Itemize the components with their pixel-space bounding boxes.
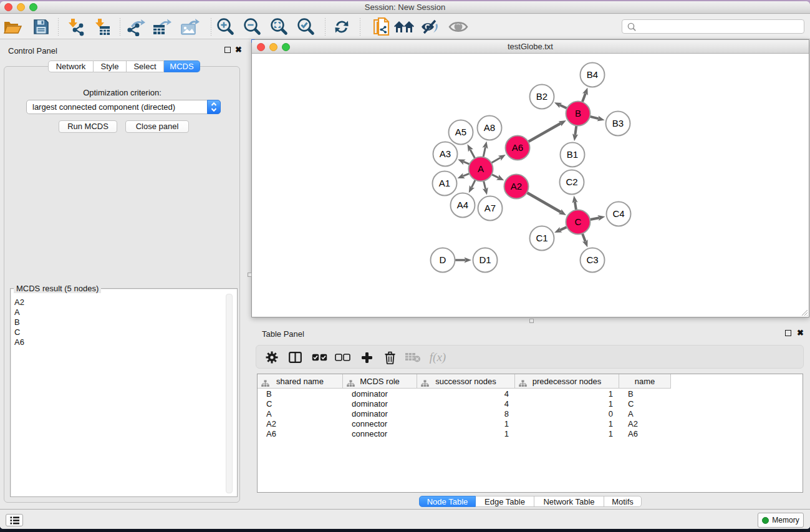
graph-edge-C-C1[interactable] [560, 227, 567, 230]
refresh-button[interactable] [331, 16, 352, 37]
hide-selected-button[interactable] [420, 16, 441, 37]
table-cell[interactable]: A2 [266, 419, 276, 429]
network-canvas[interactable]: AA1A2A3A4A5A6A7A8BB1B2B3B4CC1C2C3C4DD1 [252, 54, 809, 316]
table-cell[interactable]: connector [352, 419, 387, 429]
tab-select[interactable]: Select [127, 60, 164, 72]
search-field[interactable] [622, 19, 804, 34]
column-header-predecessor-nodes[interactable]: predecessor nodes [515, 374, 619, 389]
mcds-result-list[interactable]: A2ABCA6 [11, 289, 237, 496]
graph-edge-A6-B[interactable] [528, 123, 561, 142]
graph-edge-B-B3[interactable] [590, 117, 599, 119]
resize-grip-icon[interactable] [801, 309, 808, 316]
column-header-name[interactable]: name [619, 374, 671, 389]
import-network-button[interactable] [65, 16, 86, 37]
zoom-selected-button[interactable] [295, 16, 316, 37]
table-cell[interactable]: 4 [417, 399, 509, 409]
node-table[interactable]: shared nameMCDS rolesuccessor nodesprede… [257, 374, 803, 493]
table-cell[interactable]: A6 [266, 429, 276, 439]
frame-resize-handle-left[interactable] [248, 273, 252, 277]
save-session-button[interactable] [31, 16, 52, 37]
gear-button[interactable] [262, 347, 282, 367]
network-overview-button[interactable] [393, 16, 415, 37]
graph-edge-C-C2[interactable] [575, 201, 576, 210]
tab-network-table[interactable]: Network Table [534, 496, 604, 507]
table-cell[interactable]: dominator [352, 389, 388, 399]
graph-edge-B-B1[interactable] [575, 126, 576, 135]
network-window-titlebar[interactable]: testGlobe.txt [252, 40, 809, 54]
graph-edge-A-A5[interactable] [470, 150, 475, 158]
float-panel-icon[interactable] [785, 330, 791, 336]
tab-network[interactable]: Network [48, 60, 94, 72]
table-cell[interactable]: 1 [515, 419, 613, 429]
graph-edge-C-C3[interactable] [582, 234, 586, 242]
table-cell[interactable]: 1 [417, 419, 509, 429]
table-cell[interactable]: 1 [515, 429, 613, 439]
table-cell[interactable]: A2 [628, 419, 638, 429]
graph-edge-A-A2[interactable] [492, 175, 499, 178]
graph-edge-B-B4[interactable] [582, 94, 586, 102]
function-builder-button[interactable]: f(x) [425, 347, 451, 367]
column-header-MCDS-role[interactable]: MCDS role [343, 374, 417, 389]
clone-network-button[interactable] [371, 16, 392, 37]
graph-edge-A-A1[interactable] [463, 173, 469, 176]
criterion-dropdown[interactable]: largest connected component (directed) [26, 100, 221, 114]
graph-edge-A2-C[interactable] [527, 193, 561, 212]
graph-edge-B-B2[interactable] [560, 105, 567, 108]
table-cell[interactable]: C [266, 399, 272, 409]
export-table-button[interactable] [152, 16, 173, 37]
table-cell[interactable]: B [266, 389, 272, 399]
show-all-button[interactable] [448, 16, 469, 37]
zoom-out-button[interactable] [241, 16, 263, 37]
table-cell[interactable]: C [628, 399, 634, 409]
run-mcds-button[interactable]: Run MCDS [59, 120, 117, 133]
export-image-button[interactable] [180, 16, 201, 37]
table-cell[interactable]: dominator [352, 399, 388, 409]
graph-edge-A-A7[interactable] [484, 181, 486, 189]
result-item[interactable]: A [14, 307, 24, 317]
delete-table-button[interactable] [403, 347, 423, 367]
deselect-all-button[interactable] [332, 347, 352, 367]
task-history-button[interactable] [6, 514, 23, 526]
float-panel-icon[interactable] [224, 47, 231, 53]
table-cell[interactable]: 1 [515, 389, 613, 399]
export-network-button[interactable] [125, 16, 147, 37]
result-item[interactable]: C [14, 327, 24, 337]
close-panel-icon[interactable]: ✖ [235, 46, 242, 54]
memory-button[interactable]: Memory [758, 513, 804, 528]
table-cell[interactable]: 8 [417, 409, 509, 419]
tab-style[interactable]: Style [94, 60, 127, 72]
graph-edge-A-A4[interactable] [471, 180, 475, 188]
tab-node-table[interactable]: Node Table [419, 496, 476, 507]
table-cell[interactable]: A [628, 409, 634, 419]
frame-resize-handle-bottom[interactable] [529, 319, 534, 323]
table-cell[interactable]: dominator [352, 409, 388, 419]
close-panel-icon[interactable]: ✖ [797, 329, 804, 337]
result-item[interactable]: A6 [14, 337, 24, 347]
tab-edge-table[interactable]: Edge Table [476, 496, 534, 507]
tab-motifs[interactable]: Motifs [604, 496, 642, 507]
delete-column-button[interactable] [380, 347, 400, 367]
graph-edge-A-A8[interactable] [483, 147, 485, 157]
select-all-button[interactable] [309, 347, 329, 367]
result-item[interactable]: A2 [14, 297, 24, 307]
table-cell[interactable]: A [266, 409, 272, 419]
open-session-button[interactable] [2, 16, 23, 37]
split-columns-button[interactable] [285, 347, 305, 367]
table-cell[interactable]: 1 [515, 399, 613, 409]
graph-edge-A-A6[interactable] [491, 158, 500, 163]
result-list-scrollbar[interactable] [226, 294, 233, 493]
table-cell[interactable]: connector [352, 429, 387, 439]
add-column-button[interactable] [357, 347, 377, 367]
tab-mcds[interactable]: MCDS [164, 60, 200, 72]
column-header-successor-nodes[interactable]: successor nodes [417, 374, 515, 389]
zoom-fit-button[interactable] [268, 16, 289, 37]
table-cell[interactable]: 4 [417, 389, 509, 399]
result-item[interactable]: B [14, 317, 24, 327]
zoom-in-button[interactable] [215, 16, 236, 37]
table-cell[interactable]: B [628, 389, 634, 399]
import-table-button[interactable] [91, 16, 112, 37]
graph-edge-C-C4[interactable] [591, 218, 600, 220]
table-cell[interactable]: 1 [417, 429, 509, 439]
graph-edge-A-A3[interactable] [463, 162, 470, 164]
table-cell[interactable]: 0 [515, 409, 613, 419]
